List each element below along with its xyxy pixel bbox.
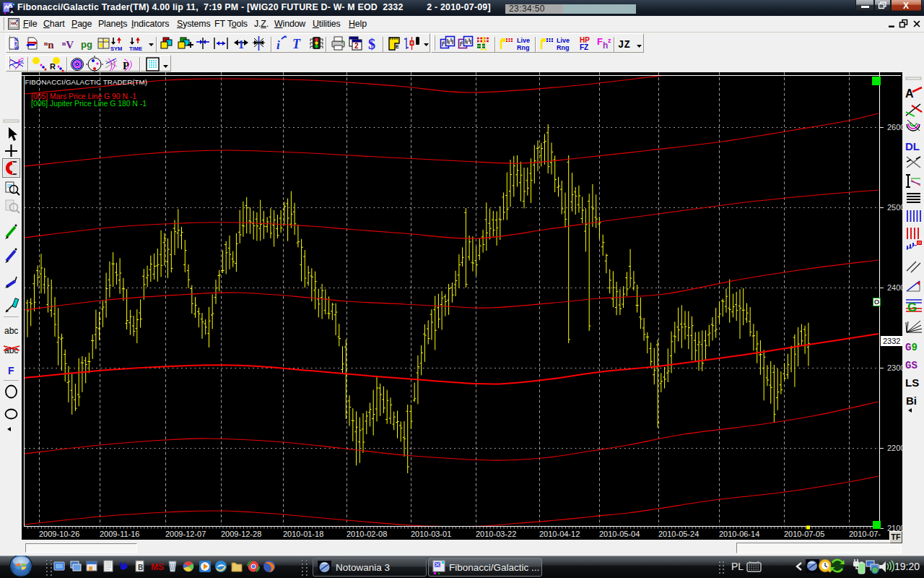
- svg-text:z: z: [608, 37, 611, 44]
- svg-text:FZ: FZ: [580, 43, 588, 51]
- svg-text:GS: GS: [905, 360, 918, 371]
- svg-text:W: W: [14, 46, 19, 51]
- svg-text:2600: 2600: [887, 123, 902, 131]
- svg-text:2200: 2200: [887, 444, 902, 452]
- svg-text:Notowania 3: Notowania 3: [336, 562, 390, 573]
- svg-text:2332: 2332: [883, 337, 900, 345]
- svg-text:R: R: [50, 62, 56, 71]
- svg-text:2009-12-07: 2009-12-07: [165, 530, 206, 538]
- svg-text:2009-12-28: 2009-12-28: [221, 530, 261, 538]
- svg-text:B: B: [138, 564, 143, 571]
- svg-text:PL: PL: [731, 561, 744, 572]
- svg-text:2500: 2500: [887, 203, 902, 212]
- svg-text:Live: Live: [517, 37, 530, 44]
- svg-text:2010-06-14: 2010-06-14: [719, 530, 759, 538]
- svg-text:i: i: [276, 38, 280, 52]
- svg-text:SYM: SYM: [110, 46, 122, 52]
- svg-text:2010-03-22: 2010-03-22: [476, 530, 516, 538]
- svg-text:2009-10-26: 2009-10-26: [39, 530, 79, 538]
- svg-text:DL: DL: [905, 140, 920, 152]
- svg-text:2: 2: [354, 42, 359, 50]
- svg-text:JZ: JZ: [618, 39, 630, 51]
- svg-text:G9: G9: [905, 342, 918, 353]
- svg-text:2300: 2300: [887, 363, 902, 372]
- svg-text:E: E: [396, 44, 399, 49]
- svg-text:Bi: Bi: [906, 394, 917, 407]
- svg-text:ⁿn: ⁿn: [44, 39, 54, 51]
- svg-text:abc: abc: [4, 326, 18, 336]
- svg-text:F: F: [8, 365, 14, 376]
- svg-text:Fibonacci/Galactic ...: Fibonacci/Galactic ...: [449, 562, 539, 573]
- svg-text:A: A: [905, 87, 914, 100]
- svg-text:[006] Jupiter Price Line G 180: [006] Jupiter Price Line G 180 N -1: [31, 100, 147, 108]
- svg-text:2400: 2400: [887, 283, 902, 292]
- svg-text:2010-05-24: 2010-05-24: [658, 530, 699, 538]
- svg-text:2010-05-04: 2010-05-04: [599, 530, 640, 538]
- svg-text:FIBONACCI/GALACTIC TRADER(TM): FIBONACCI/GALACTIC TRADER(TM): [25, 78, 148, 86]
- svg-text:1: 1: [238, 38, 244, 51]
- svg-text:Rng: Rng: [517, 44, 530, 51]
- svg-text:$: $: [368, 36, 375, 52]
- svg-text:2010-01-18: 2010-01-18: [283, 530, 323, 538]
- svg-text:F: F: [597, 36, 603, 47]
- svg-text:2010-07-: 2010-07-: [849, 530, 881, 538]
- svg-text:LS: LS: [905, 376, 919, 389]
- svg-text:MS: MS: [151, 562, 164, 572]
- svg-text:T: T: [292, 37, 301, 51]
- svg-text:pg: pg: [81, 39, 92, 50]
- svg-text:TIME: TIME: [129, 46, 142, 52]
- svg-text:19:20: 19:20: [894, 561, 920, 572]
- svg-text:X: X: [903, 1, 909, 11]
- svg-text:G: G: [907, 301, 917, 314]
- svg-text:2010-04-12: 2010-04-12: [539, 530, 580, 538]
- svg-text:Live: Live: [557, 37, 570, 44]
- svg-text:2009-11-16: 2009-11-16: [100, 530, 139, 538]
- svg-text:2010-07-05: 2010-07-05: [784, 530, 824, 538]
- svg-text:2010-02-08: 2010-02-08: [346, 530, 387, 538]
- svg-text:ⁿV: ⁿV: [62, 39, 74, 51]
- svg-text:Rng: Rng: [557, 44, 570, 51]
- svg-text:2010-03-01: 2010-03-01: [411, 530, 451, 538]
